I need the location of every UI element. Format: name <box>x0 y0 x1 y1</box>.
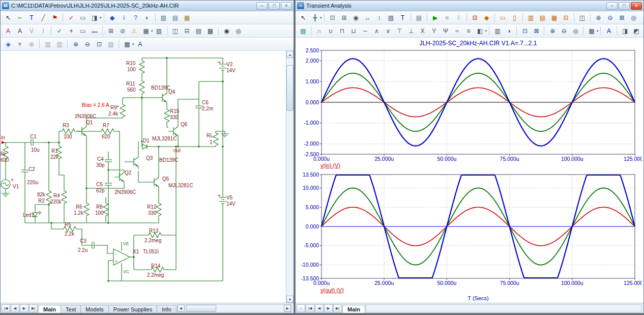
top-icon[interactable]: ⊤ <box>394 26 405 36</box>
schematic-label[interactable]: out <box>173 148 181 153</box>
tab-models[interactable]: Models <box>80 305 108 313</box>
low-icon[interactable]: ⊔ <box>348 26 359 36</box>
schematic-label[interactable]: VE <box>123 241 129 246</box>
plot-area[interactable]: JLH-2025-SC_20kHz-AH.CIR V1.A=.7...2.12.… <box>296 38 643 303</box>
component-panel-icon[interactable]: ◨ <box>89 13 100 23</box>
pin-connections-icon[interactable]: ✓ <box>54 26 65 36</box>
waveform-legend[interactable]: v(out) (V) <box>320 287 344 293</box>
go-to-branch-icon[interactable]: Ψ <box>440 26 451 36</box>
run-icon[interactable]: ▶ <box>430 13 441 23</box>
schematic-label[interactable]: R4 <box>53 193 60 198</box>
find-icon[interactable]: ◉ <box>221 26 232 36</box>
schematic-label[interactable]: Q1 <box>86 120 93 125</box>
wire-mode-icon[interactable]: ∼ <box>14 13 25 23</box>
font-icon[interactable]: A <box>135 39 146 49</box>
point-tag-icon[interactable]: ◉ <box>350 13 362 23</box>
schematic-label[interactable]: C2 <box>28 166 35 172</box>
schematic-label[interactable]: R15 <box>170 108 180 114</box>
go-to-y-icon[interactable]: Y <box>429 26 440 36</box>
maximize-button[interactable]: □ <box>269 2 280 10</box>
find-part-icon[interactable]: ▭ <box>77 13 89 23</box>
schematic-label[interactable]: C3 <box>80 238 86 244</box>
schematic-label[interactable]: R3 <box>63 123 69 128</box>
zoom-out-icon[interactable]: ⊖ <box>559 26 570 36</box>
schematic-label[interactable]: + <box>218 60 221 65</box>
schematic-label[interactable]: Q4 <box>168 89 175 95</box>
horizontal-scroll-track[interactable] <box>185 305 284 312</box>
schematic-label[interactable]: Ri <box>1 151 5 157</box>
schematic-label[interactable]: 330 <box>148 210 157 216</box>
schematic-label[interactable]: Q2 <box>125 170 132 176</box>
inflection-icon[interactable]: ∼ <box>360 26 371 36</box>
cursor-mode-icon[interactable]: ⊞ <box>339 13 350 23</box>
schematic-label[interactable]: 62p <box>96 188 105 193</box>
valley-icon[interactable]: ∪ <box>325 26 336 36</box>
fly-over-icon[interactable]: ◈ <box>3 39 14 49</box>
plot-grid-icon-dropdown[interactable]: ▾ <box>597 29 599 33</box>
numeric-output-icon[interactable]: ▥ <box>492 26 503 36</box>
schematic-label[interactable]: R1 <box>51 148 58 154</box>
tab-main[interactable]: Main <box>342 305 365 313</box>
link-icon[interactable]: ◐ <box>142 13 153 23</box>
schematic-label[interactable]: R13 <box>149 228 159 234</box>
enable-region-icon[interactable]: ✓ <box>66 13 77 23</box>
copy-graph-icon[interactable]: ◨ <box>620 26 631 36</box>
schematic-label[interactable]: 14V <box>226 201 236 207</box>
schematic-label[interactable]: R8 <box>96 204 103 210</box>
minimize-button[interactable]: – <box>606 2 618 10</box>
first-tab-button[interactable]: |◀ <box>2 304 10 312</box>
schematic-label[interactable]: R9* <box>110 105 119 110</box>
horizontal-scroll-thumb[interactable] <box>186 305 216 312</box>
first-tab-button[interactable]: |◀ <box>306 304 314 312</box>
close-button[interactable]: × <box>281 2 292 10</box>
flag-mode-icon[interactable]: ⚑ <box>49 13 61 23</box>
info-mode-icon[interactable]: i <box>119 13 130 23</box>
rubberband-icon[interactable]: ⊞ <box>105 26 116 36</box>
global-high-icon[interactable]: ∧ <box>371 26 383 36</box>
schematic-label[interactable]: R14 <box>151 263 161 269</box>
vertical-axis-grids-icon[interactable]: ▤ <box>537 13 548 23</box>
bottom-icon[interactable]: ⊥ <box>405 26 417 36</box>
tab-info[interactable]: Info <box>157 305 176 313</box>
scroll-up-button[interactable]: ▲ <box>286 51 294 58</box>
schematic-label[interactable]: V5 <box>226 195 233 201</box>
cursor-position-icon[interactable]: ◎ <box>628 13 639 23</box>
save-picture-icon[interactable]: ◩ <box>631 26 642 36</box>
schematic-label[interactable]: in <box>1 135 5 140</box>
zoom-in-icon[interactable]: ⊕ <box>70 39 81 49</box>
schematic-label[interactable]: VC <box>123 269 129 274</box>
schematic-label[interactable]: 100 <box>95 210 104 216</box>
select-mode-icon[interactable]: ↖ <box>298 13 309 23</box>
schematic-label[interactable]: − <box>115 251 118 256</box>
schematic-label[interactable]: + <box>218 193 221 198</box>
next-tab-button[interactable]: ▶ <box>324 304 333 312</box>
schematic-label[interactable]: R12 <box>147 204 157 210</box>
vertical-tag-icon[interactable]: ↕ <box>374 13 385 23</box>
grid-options-icon[interactable]: ▦ <box>140 26 152 36</box>
properties-icon[interactable]: ▤ <box>414 13 425 23</box>
schematic-label[interactable]: 100 <box>64 134 72 139</box>
schematic-label[interactable]: 2.2u <box>78 247 87 253</box>
pan-mode-icon-dropdown[interactable]: ▾ <box>320 16 322 20</box>
select-mode-icon[interactable]: ↖ <box>3 13 14 23</box>
cursor-value-icon[interactable]: ◎ <box>570 26 581 36</box>
schematic-label[interactable]: BD139C <box>151 85 170 91</box>
autoscale-icon[interactable]: ⊠ <box>617 13 628 23</box>
vertical-scrollbar[interactable]: ▲ ▼ <box>286 51 294 303</box>
schematic-label[interactable]: 2.4k <box>108 111 119 117</box>
schematic-label[interactable]: 1.2k <box>74 210 84 216</box>
new-page-icon[interactable]: ▧ <box>154 26 165 36</box>
schematic-label[interactable]: 620 <box>102 134 110 139</box>
schematic-label[interactable]: 220k <box>50 199 62 205</box>
maximize-button[interactable]: □ <box>619 2 630 10</box>
high-icon[interactable]: ⊓ <box>337 26 348 36</box>
scroll-down-button[interactable]: ▼ <box>286 296 294 303</box>
zoom-area-icon[interactable]: ⊠ <box>531 26 542 36</box>
plot-grid-icon[interactable]: ▦ <box>586 26 597 36</box>
exit-analysis-icon[interactable]: ◫ <box>577 13 588 23</box>
grid-text-icon[interactable]: ▦ <box>182 13 193 23</box>
data-points-icon[interactable]: ▭ <box>497 13 509 23</box>
component-panel-icon-dropdown[interactable]: ▾ <box>100 16 102 20</box>
schematic-label[interactable]: C6 <box>202 100 209 105</box>
slider-icon[interactable]: ⊟ <box>470 13 481 23</box>
